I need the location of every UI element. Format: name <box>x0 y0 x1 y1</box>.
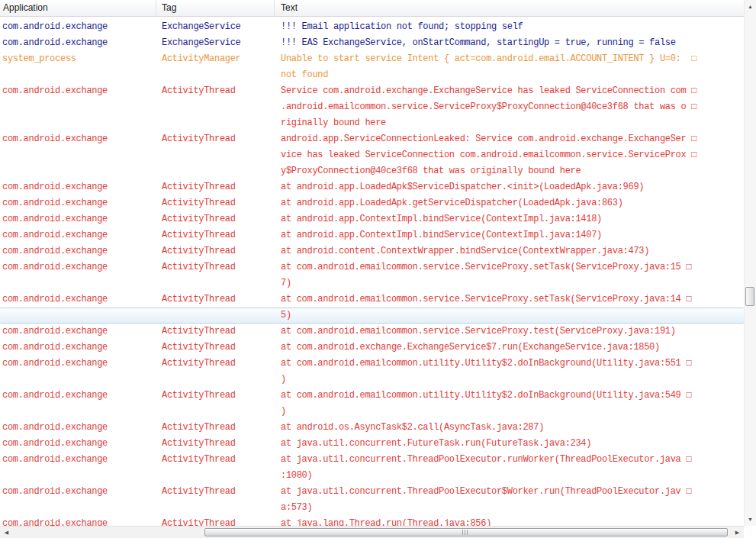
column-header-tag[interactable]: Tag <box>156 0 275 16</box>
log-application-cell: com.android.exchange <box>2 227 155 243</box>
log-tag-cell: ActivityThread <box>162 259 276 275</box>
log-tag-cell: ActivityThread <box>162 211 276 227</box>
log-application-cell: system_process <box>2 51 155 67</box>
log-text-cell: .android.emailcommon.service.ServiceProx… <box>281 99 742 115</box>
log-line[interactable]: com.android.exchangeActivityThreadat com… <box>0 388 744 404</box>
log-tag-cell: ActivityThread <box>162 436 276 452</box>
log-line-continuation[interactable]: 7) <box>0 275 744 292</box>
log-line[interactable]: com.android.exchangeActivityThreadat com… <box>0 292 744 308</box>
log-tag-cell: ActivityThread <box>162 227 276 243</box>
horizontal-scrollbar[interactable]: ◀ ▶ <box>0 526 744 538</box>
log-tag-cell: ActivityThread <box>162 484 276 500</box>
log-text-cell: at android.app.ContextImpl.bindService(C… <box>281 227 742 243</box>
log-line[interactable]: com.android.exchangeActivityThreadat com… <box>0 356 744 372</box>
log-application-cell: com.android.exchange <box>2 324 155 340</box>
log-viewer: Application Tag Text com.android.exchang… <box>0 0 756 538</box>
log-text-cell: at android.os.AsyncTask$2.call(AsyncTask… <box>281 420 742 436</box>
log-tag-cell: ActivityThread <box>162 324 276 340</box>
log-line[interactable]: com.android.exchangeActivityThreadat jav… <box>0 452 744 468</box>
column-header-text[interactable]: Text <box>275 0 744 16</box>
log-tag-cell: ActivityThread <box>162 388 276 404</box>
log-tag-cell: ActivityThread <box>162 243 276 259</box>
log-application-cell: com.android.exchange <box>2 19 155 35</box>
log-tag-cell: ActivityThread <box>162 195 276 211</box>
log-text-cell: at java.util.concurrent.ThreadPoolExecut… <box>281 452 742 468</box>
scroll-right-icon[interactable]: ▶ <box>731 527 744 538</box>
log-line-continuation[interactable]: not found <box>0 67 744 83</box>
log-line[interactable]: com.android.exchangeActivityThreadat com… <box>0 324 744 340</box>
column-header-application[interactable]: Application <box>0 0 156 16</box>
log-text-cell: at java.util.concurrent.FutureTask.run(F… <box>281 436 742 452</box>
log-text-cell: at com.android.emailcommon.service.Servi… <box>281 259 742 275</box>
log-line-continuation[interactable]: y$ProxyConnection@40ce3f68 that was orig… <box>0 163 744 179</box>
log-line[interactable]: com.android.exchangeActivityThreadat com… <box>0 259 744 275</box>
log-line-continuation[interactable]: a:573) <box>0 500 744 516</box>
scroll-down-icon[interactable]: ▼ <box>745 513 756 526</box>
log-line-continuation[interactable]: :1080) <box>0 468 744 484</box>
log-application-cell: com.android.exchange <box>2 420 155 436</box>
log-text-cell: vice has leaked ServiceConnection com.an… <box>281 147 742 163</box>
log-line-continuation[interactable]: .android.emailcommon.service.ServiceProx… <box>0 99 744 115</box>
log-line[interactable]: com.android.exchangeActivityThreadat and… <box>0 211 744 227</box>
log-text-cell: 7) <box>281 275 742 292</box>
log-line-continuation[interactable]: riginally bound here <box>0 115 744 131</box>
log-line[interactable]: com.android.exchangeActivityThreadat and… <box>0 179 744 195</box>
scrollbar-corner <box>744 526 756 538</box>
log-tag-cell: ActivityThread <box>162 179 276 195</box>
log-text-cell: at com.android.emailcommon.service.Servi… <box>281 292 742 308</box>
log-application-cell: com.android.exchange <box>2 436 155 452</box>
log-text-cell: a:573) <box>281 500 742 516</box>
log-text-cell: at com.android.emailcommon.utility.Utili… <box>281 356 742 372</box>
log-line[interactable]: com.android.exchangeActivityThreadat and… <box>0 243 744 259</box>
log-line[interactable]: com.android.exchangeExchangeService!!! E… <box>0 35 744 51</box>
horizontal-scrollbar-thumb[interactable] <box>204 528 728 536</box>
log-text-cell: not found <box>281 67 742 83</box>
log-line[interactable]: com.android.exchangeActivityThreadandroi… <box>0 131 744 147</box>
log-application-cell: com.android.exchange <box>2 211 155 227</box>
log-text-cell: at com.android.emailcommon.utility.Utili… <box>281 388 742 404</box>
log-line[interactable]: com.android.exchangeActivityThreadat and… <box>0 227 744 243</box>
log-text-cell: 5) <box>281 308 742 324</box>
log-text-cell: y$ProxyConnection@40ce3f68 that was orig… <box>281 163 742 179</box>
log-line[interactable]: com.android.exchangeActivityThreadat jav… <box>0 484 744 500</box>
log-line[interactable]: com.android.exchangeExchangeService!!! E… <box>0 19 744 35</box>
log-tag-cell: ActivityThread <box>162 420 276 436</box>
scroll-up-icon[interactable]: ▲ <box>745 0 756 13</box>
log-line-continuation[interactable]: ) <box>0 372 744 388</box>
log-text-cell: at java.util.concurrent.ThreadPoolExecut… <box>281 484 742 500</box>
log-line[interactable]: com.android.exchangeActivityThreadServic… <box>0 83 744 99</box>
log-text-cell: ) <box>281 372 742 388</box>
log-line[interactable]: com.android.exchangeActivityThreadat and… <box>0 420 744 436</box>
scroll-left-icon[interactable]: ◀ <box>0 527 13 538</box>
log-text-cell: at android.app.LoadedApk.getServiceDispa… <box>281 195 742 211</box>
log-tag-cell: ExchangeService <box>162 19 276 35</box>
log-text-cell: :1080) <box>281 468 742 484</box>
log-tag-cell: ActivityManager <box>162 51 276 67</box>
log-tag-cell: ActivityThread <box>162 356 276 372</box>
log-tag-cell: ExchangeService <box>162 35 276 51</box>
log-line-continuation[interactable]: vice has leaked ServiceConnection com.an… <box>0 147 744 163</box>
log-line[interactable]: com.android.exchangeActivityThreadat com… <box>0 340 744 356</box>
log-line[interactable]: system_processActivityManagerUnable to s… <box>0 51 744 67</box>
log-text-cell: android.app.ServiceConnectionLeaked: Ser… <box>281 131 742 147</box>
log-line[interactable]: com.android.exchangeActivityThreadat and… <box>0 195 744 211</box>
table-header: Application Tag Text <box>0 0 744 17</box>
log-text-cell: riginally bound here <box>281 115 742 131</box>
log-application-cell: com.android.exchange <box>2 356 155 372</box>
log-text-cell: at android.app.LoadedApk$ServiceDispatch… <box>281 179 742 195</box>
log-application-cell: com.android.exchange <box>2 243 155 259</box>
log-line[interactable]: com.android.exchangeActivityThreadat jav… <box>0 436 744 452</box>
vertical-scrollbar-thumb[interactable] <box>745 287 754 306</box>
log-text-cell: at com.android.exchange.ExchangeService$… <box>281 340 742 356</box>
log-application-cell: com.android.exchange <box>2 131 155 147</box>
scrollbar-grip-icon <box>462 530 469 535</box>
log-text-cell: Unable to start service Intent { act=com… <box>281 51 742 67</box>
log-line-continuation[interactable]: ) <box>0 404 744 420</box>
log-rows: com.android.exchangeExchangeService!!! E… <box>0 17 744 528</box>
log-application-cell: com.android.exchange <box>2 259 155 275</box>
vertical-scrollbar[interactable]: ▲ ▼ <box>744 0 756 526</box>
log-application-cell: com.android.exchange <box>2 452 155 468</box>
log-tag-cell: ActivityThread <box>162 292 276 308</box>
log-tag-cell: ActivityThread <box>162 83 276 99</box>
log-line-selected[interactable]: 5) <box>0 308 744 324</box>
